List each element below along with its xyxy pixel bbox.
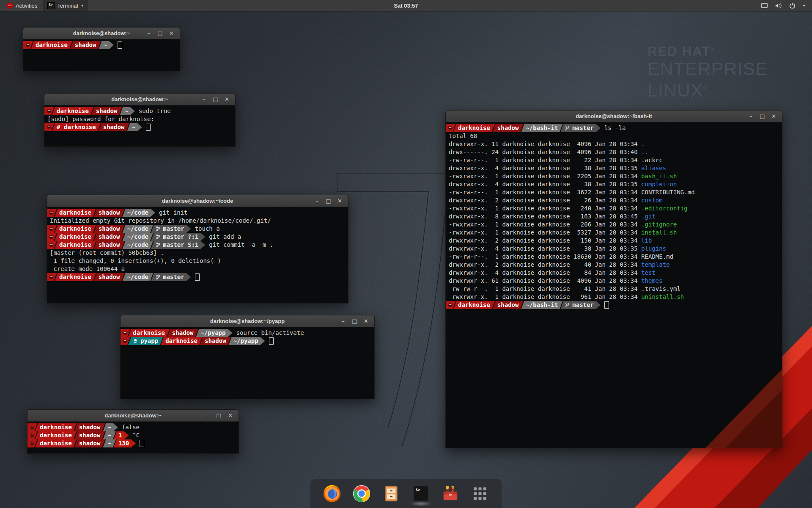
terminal-window[interactable]: darknoise@shadow:~/bash-it–□✕darknoisesh… (445, 110, 782, 448)
file-name: plugins (641, 245, 666, 252)
volume-icon[interactable] (775, 3, 782, 9)
minimize-button[interactable]: – (202, 412, 213, 419)
command-text: ls -la (604, 124, 626, 132)
terminal-mini-icon: $> (47, 2, 55, 9)
terminal-line: darknoiseshadow~130 (27, 439, 239, 447)
maximize-button[interactable]: □ (213, 412, 225, 419)
terminal-content[interactable]: darknoiseshadow~/pyappsource bin/activat… (121, 327, 374, 399)
terminal-line: darknoiseshadow~false (27, 423, 239, 431)
prompt-segment-user: darknoise (128, 329, 170, 337)
minimize-button[interactable]: – (143, 30, 154, 36)
window-titlebar[interactable]: darknoise@shadow:~–□✕ (27, 410, 239, 422)
terminal-line: darknoiseshadow~/bash-itmasterls -la (446, 124, 782, 132)
file-name: .git (641, 213, 656, 220)
activities-button[interactable]: Activities (3, 0, 41, 11)
window-titlebar[interactable]: darknoise@shadow:~/pyapp–□✕ (121, 315, 374, 327)
window-titlebar[interactable]: darknoise@shadow:~/code–□✕ (47, 195, 348, 207)
toolbox-icon[interactable] (440, 482, 461, 505)
app-grid-icon[interactable] (469, 482, 491, 505)
maximize-button[interactable]: □ (154, 30, 166, 36)
window-titlebar[interactable]: darknoise@shadow:~–□✕ (23, 28, 180, 39)
terminal-line: drwxrwxr-x. 2 darknoise darknoise 40 Jan… (446, 261, 782, 269)
close-button[interactable]: ✕ (360, 318, 372, 324)
maximize-button[interactable]: □ (323, 198, 334, 204)
terminal-content[interactable]: darknoiseshadow~falsedarknoiseshadow~1^C… (27, 422, 239, 454)
maximize-button[interactable]: □ (349, 318, 360, 324)
terminal-window[interactable]: darknoise@shadow:~/pyapp–□✕darknoiseshad… (120, 315, 375, 399)
prompt-segment-user: darknoise (31, 41, 72, 49)
terminal-content[interactable]: darknoiseshadow~ (23, 39, 180, 71)
prompt-segment-host: shadow (99, 123, 129, 131)
prompt-segment-host: shadow (94, 273, 125, 281)
prompt-segment-cwd: ~/bash-it (521, 124, 562, 132)
window-titlebar[interactable]: darknoise@shadow:~/bash-it–□✕ (446, 110, 782, 122)
firefox-icon[interactable] (321, 482, 343, 505)
redhat-prompt-icon (25, 43, 30, 47)
minimize-button[interactable]: – (745, 113, 757, 119)
terminal-line: darknoiseshadow~/bash-itmaster (446, 301, 782, 309)
chrome-icon[interactable] (351, 482, 372, 505)
git-branch-icon (156, 226, 160, 232)
terminal-window[interactable]: darknoise@shadow:~/code–□✕darknoiseshado… (47, 195, 348, 304)
prompt-segment-git: master (560, 301, 601, 309)
prompt-segment-cwd: ~ (103, 431, 115, 439)
maximize-button[interactable]: □ (210, 96, 221, 102)
terminal-line: drwxrwxr-x. 61 darknoise darknoise 4096 … (446, 277, 782, 285)
command-text: false (122, 423, 140, 431)
terminal-line: darknoiseshadow~/codemaster S:1git commi… (47, 241, 348, 249)
terminal-window[interactable]: darknoise@shadow:~–□✕darknoiseshadow~sud… (44, 93, 236, 147)
prompt-segment-git: master ?:1 (151, 233, 205, 241)
minimize-button[interactable]: – (198, 96, 210, 102)
prompt-segment-cwd: ~/code (122, 273, 153, 281)
window-title: darknoise@shadow:~/code (47, 198, 348, 204)
window-title: darknoise@shadow:~/pyapp (121, 318, 374, 324)
clock[interactable]: Sat 03:57 (0, 3, 812, 9)
terminal-line: [master (root-commit) 50bcb63] . (47, 249, 348, 257)
top-bar: Activities $> Terminal ▼ Sat 03:57 (0, 0, 812, 11)
file-name: test (641, 269, 656, 276)
close-button[interactable]: ✕ (221, 96, 233, 102)
file-name: completion (641, 181, 677, 188)
redhat-prompt-icon (30, 441, 34, 446)
terminal-line: drwx------. 24 darknoise darknoise 4096 … (446, 148, 782, 156)
close-button[interactable]: ✕ (334, 198, 346, 204)
terminal-icon[interactable]: $> (410, 482, 431, 505)
prompt-segment-host: shadow (74, 423, 105, 431)
close-button[interactable]: ✕ (768, 113, 779, 119)
terminal-line: darknoiseshadow~sudo true (44, 107, 235, 115)
power-icon[interactable] (789, 3, 796, 9)
minimize-button[interactable]: – (337, 318, 349, 324)
terminal-content[interactable]: darknoiseshadow~sudo true[sudo] password… (44, 105, 235, 147)
display-icon[interactable] (761, 3, 768, 9)
close-button[interactable]: ✕ (225, 412, 236, 419)
redhat-prompt-icon (49, 243, 54, 247)
terminal-line: -rw-rw-r--. 1 darknoise darknoise 18630 … (446, 253, 782, 261)
prompt-segment-host: shadow (70, 41, 101, 49)
maximize-button[interactable]: □ (757, 113, 768, 119)
terminal-cursor (140, 440, 144, 447)
terminal-window[interactable]: darknoise@shadow:~–□✕darknoiseshadow~fal… (27, 409, 239, 454)
prompt-segment-exit: 1 (114, 431, 129, 439)
file-name: install.sh (641, 229, 677, 236)
caret-down-icon[interactable] (802, 4, 806, 7)
redhat-prompt-icon (47, 109, 51, 113)
app-menu-button[interactable]: $> Terminal ▼ (43, 0, 88, 11)
terminal-line: drwxrwxr-x. 11 darknoise darknoise 4096 … (446, 140, 782, 148)
prompt-segment-user: # darknoise (52, 123, 101, 131)
terminal-content[interactable]: darknoiseshadow~/codegit initInitialized… (47, 207, 348, 304)
prompt-segment-user: darknoise (161, 337, 202, 345)
minimize-button[interactable]: – (311, 198, 323, 204)
terminal-line: darknoiseshadow~/codemaster (47, 273, 348, 281)
window-titlebar[interactable]: darknoise@shadow:~–□✕ (44, 94, 235, 105)
file-name: bash_it.sh (641, 173, 677, 179)
prompt-segment-user: darknoise (35, 423, 77, 431)
redhat-prompt-icon (448, 126, 453, 130)
terminal-window[interactable]: darknoise@shadow:~–□✕darknoiseshadow~ (23, 27, 180, 71)
close-button[interactable]: ✕ (166, 30, 177, 36)
command-text: ^C (132, 431, 140, 439)
files-icon[interactable] (381, 482, 402, 505)
terminal-content[interactable]: darknoiseshadow~/bash-itmasterls -latota… (446, 122, 782, 448)
redhat-prompt-icon (448, 303, 453, 307)
prompt-segment-cwd: ~/bash-it (521, 301, 562, 309)
prompt-segment-git: master (151, 225, 191, 233)
